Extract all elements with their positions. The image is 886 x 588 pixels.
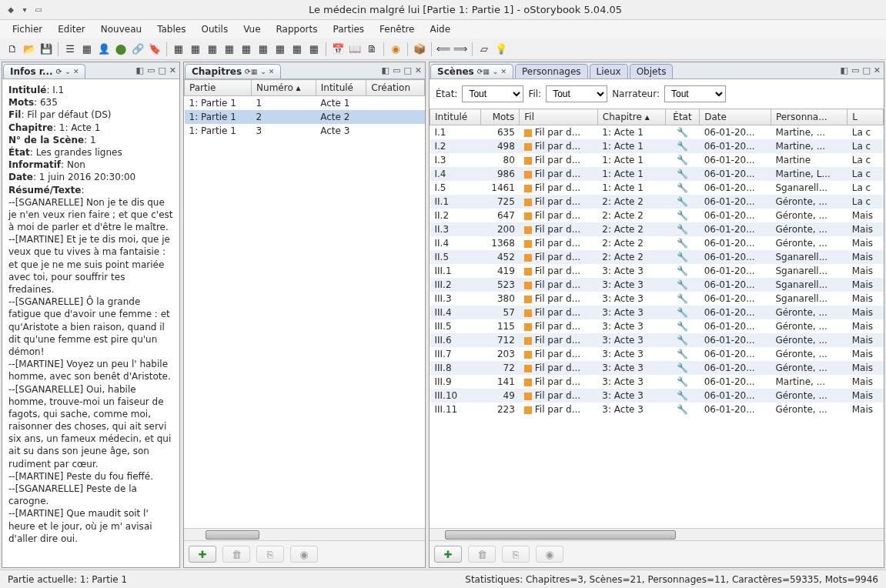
calendar-icon[interactable]: 📅	[330, 42, 346, 57]
close-panel-icon[interactable]: ✕	[874, 65, 881, 75]
table-tag-icon[interactable]: ▦	[289, 42, 305, 57]
menu-dots-icon[interactable]: ⌄ ✕	[493, 68, 507, 75]
table-row[interactable]: III.9141Fil par d...3: Acte 3🔧06-01-20..…	[430, 375, 884, 389]
add-button[interactable]: ✚	[434, 546, 462, 563]
menu-rapports[interactable]: Rapports	[270, 22, 324, 37]
menu-fenêtre[interactable]: Fenêtre	[373, 22, 420, 37]
undock-icon[interactable]: ◧	[382, 65, 390, 75]
table-row[interactable]: II.1725Fil par d...2: Acte 2🔧06-01-20...…	[430, 195, 884, 209]
col-creation[interactable]: Création	[366, 80, 425, 96]
chapters-table[interactable]: Partie Numéro ▴ Intitulé Création 1: Par…	[184, 79, 425, 138]
menu-dots-icon[interactable]: ⌄ ✕	[260, 68, 274, 75]
grid-icon[interactable]: ▦	[79, 42, 95, 57]
scenes-table[interactable]: Intitulé Mots Fil Chapitre ▴ État Date P…	[430, 109, 884, 416]
table-row[interactable]: I.380Fil par d...1: Acte 1🔧06-01-20...Ma…	[430, 153, 884, 167]
list-icon[interactable]: ☰	[62, 42, 78, 57]
chapters-tab[interactable]: Chapitres ⟳▦ ⌄ ✕	[185, 64, 281, 79]
col-numero[interactable]: Numéro ▴	[252, 80, 316, 96]
menu-fichier[interactable]: Fichier	[6, 22, 48, 37]
table-row[interactable]: III.7203Fil par d...3: Acte 3🔧06-01-20..…	[430, 347, 884, 361]
refresh-icon[interactable]: ⟳▦	[477, 68, 490, 75]
save-icon[interactable]: 💾	[38, 42, 54, 57]
table-link-icon[interactable]: ▦	[272, 42, 288, 57]
table-row[interactable]: III.1049Fil par d...3: Acte 3🔧06-01-20..…	[430, 389, 884, 403]
location-icon[interactable]: ⬤	[113, 42, 129, 57]
table1-icon[interactable]: ▦	[171, 42, 186, 57]
info-button[interactable]: ◉	[290, 546, 318, 563]
copy-button[interactable]: ⎘	[256, 546, 284, 563]
menu-editer[interactable]: Editer	[52, 22, 92, 37]
narrateur-select[interactable]: Tout	[664, 85, 726, 102]
undock-icon[interactable]: ◧	[841, 65, 848, 75]
maximize-panel-icon[interactable]: □	[403, 65, 411, 75]
copy-button[interactable]: ⎘	[502, 546, 530, 563]
table4-icon[interactable]: ▦	[222, 42, 237, 57]
table-other-icon[interactable]: ▦	[306, 42, 322, 57]
table-row[interactable]: III.1419Fil par d...3: Acte 3🔧06-01-20..…	[430, 264, 884, 278]
scenes-tab[interactable]: Scènes ⟳▦ ⌄ ✕	[430, 64, 513, 79]
maximize-panel-icon[interactable]: □	[862, 65, 870, 75]
eraser-icon[interactable]: ▱	[476, 42, 492, 57]
minimize-panel-icon[interactable]: ▭	[393, 65, 400, 75]
delete-button[interactable]: 🗑	[468, 546, 496, 563]
close-panel-icon[interactable]: ✕	[169, 65, 176, 75]
delete-button[interactable]: 🗑	[222, 546, 250, 563]
nav-back-icon[interactable]: ⟸	[436, 42, 451, 57]
table-loc-icon[interactable]: ▦	[256, 42, 271, 57]
table-row[interactable]: I.51461Fil par d...1: Acte 1🔧06-01-20...…	[430, 181, 884, 195]
table-row[interactable]: 1: Partie 13Acte 3	[185, 124, 425, 138]
col-lieux[interactable]: L	[848, 109, 884, 125]
col-intitule[interactable]: Intitulé	[430, 109, 481, 125]
refresh-icon[interactable]: ⟳▦	[245, 68, 257, 75]
table-row[interactable]: 1: Partie 11Acte 1	[185, 96, 425, 111]
locations-tab[interactable]: Lieux	[590, 64, 628, 79]
minimize-panel-icon[interactable]: ▭	[147, 65, 155, 75]
menu-icon[interactable]: ◆	[6, 5, 15, 15]
table-row[interactable]: II.5452Fil par d...2: Acte 2🔧06-01-20...…	[430, 250, 884, 264]
maximize-panel-icon[interactable]: □	[158, 65, 165, 75]
info-button[interactable]: ◉	[536, 546, 563, 563]
table-row[interactable]: I.1635Fil par d...1: Acte 1🔧06-01-20...M…	[430, 125, 884, 140]
menu-tables[interactable]: Tables	[151, 22, 192, 37]
info-tab[interactable]: Infos r... ⟳ ⌄ ✕	[3, 64, 85, 79]
table2-icon[interactable]: ▦	[188, 42, 203, 57]
table3-icon[interactable]: ▦	[205, 42, 220, 57]
menu-aide[interactable]: Aide	[423, 22, 456, 37]
menu-nouveau[interactable]: Nouveau	[95, 22, 148, 37]
nav-fwd-icon[interactable]: ⟹	[453, 42, 468, 57]
hscrollbar[interactable]	[430, 528, 884, 540]
table-person-icon[interactable]: ▦	[239, 42, 254, 57]
table-row[interactable]: III.11223Fil par d...3: Acte 3🔧06-01-20.…	[430, 403, 884, 416]
col-date[interactable]: Date	[700, 109, 771, 125]
table-row[interactable]: III.5115Fil par d...3: Acte 3🔧06-01-20..…	[430, 319, 884, 333]
fil-select[interactable]: Tout	[546, 85, 607, 102]
idea-icon[interactable]: 💡	[493, 42, 509, 57]
col-intitule[interactable]: Intitulé	[316, 80, 366, 96]
col-chapitre[interactable]: Chapitre ▴	[597, 109, 665, 125]
hscrollbar[interactable]	[184, 528, 425, 540]
link-icon[interactable]: 🔗	[130, 42, 145, 57]
table-row[interactable]: II.2647Fil par d...2: Acte 2🔧06-01-20...…	[430, 209, 884, 222]
menu-outils[interactable]: Outils	[195, 22, 234, 37]
table-row[interactable]: II.41368Fil par d...2: Acte 2🔧06-01-20..…	[430, 236, 884, 250]
book-icon[interactable]: 📖	[347, 42, 363, 57]
table-row[interactable]: II.3200Fil par d...2: Acte 2🔧06-01-20...…	[430, 222, 884, 236]
characters-tab[interactable]: Personnages	[515, 64, 588, 79]
table-row[interactable]: 1: Partie 12Acte 2	[185, 110, 425, 124]
col-etat[interactable]: État	[665, 109, 699, 125]
table-row[interactable]: I.4986Fil par d...1: Acte 1🔧06-01-20...M…	[430, 167, 884, 181]
table-row[interactable]: III.3380Fil par d...3: Acte 3🔧06-01-20..…	[430, 292, 884, 306]
col-mots[interactable]: Mots	[480, 109, 520, 125]
doc2-icon[interactable]: 🗎	[364, 42, 379, 57]
objects-tab[interactable]: Objets	[630, 64, 674, 79]
refresh-icon[interactable]: ⟳	[56, 68, 62, 75]
menu-dots-icon[interactable]: ⌄ ✕	[65, 68, 79, 75]
col-personnages[interactable]: Personna...	[771, 109, 847, 125]
table-row[interactable]: I.2498Fil par d...1: Acte 1🔧06-01-20...M…	[430, 139, 884, 153]
table-row[interactable]: III.6712Fil par d...3: Acte 3🔧06-01-20..…	[430, 333, 884, 347]
etat-select[interactable]: Tout	[462, 85, 523, 102]
undock-icon[interactable]: ◧	[136, 65, 144, 75]
new-doc-icon[interactable]: 🗋	[5, 42, 20, 57]
table-row[interactable]: III.457Fil par d...3: Acte 3🔧06-01-20...…	[430, 306, 884, 319]
person-icon[interactable]: 👤	[96, 42, 112, 57]
